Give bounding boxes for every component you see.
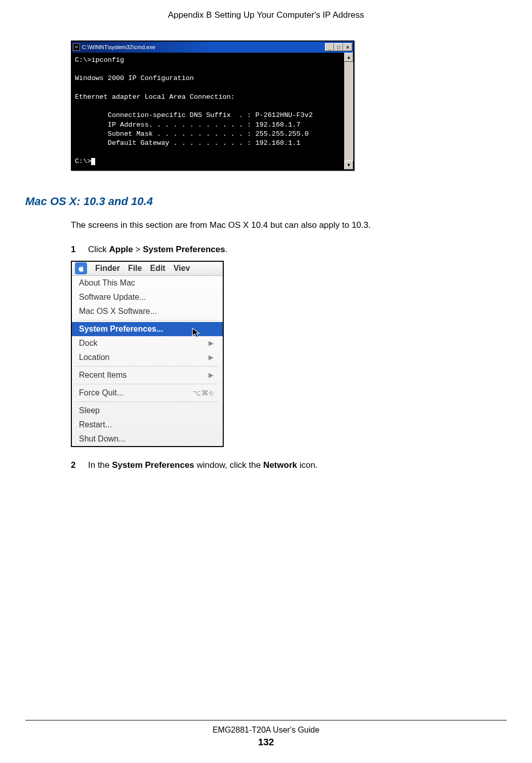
cmd-window-title: C:\WINNT\system32\cmd.exe [82,44,155,50]
menu-item-location[interactable]: Location▶ [72,350,223,365]
menu-item-force-quit[interactable]: Force Quit...⌥⌘⎋ [72,386,223,400]
menubar-finder[interactable]: Finder [95,264,120,273]
step-text: In the System Preferences window, click … [88,460,318,470]
menubar-edit[interactable]: Edit [150,264,165,273]
footer-page-number: 132 [25,737,507,748]
close-button[interactable]: × [343,43,352,51]
cmd-icon: c\ [73,44,80,51]
cmd-titlebar: c\ C:\WINNT\system32\cmd.exe _ □ × [72,42,353,53]
step-number: 2 [71,460,77,470]
mac-apple-menu: Finder File Edit Viev About This Mac Sof… [71,261,224,447]
step-text: Click Apple > System Preferences. [88,245,227,255]
page-footer: EMG2881-T20A User's Guide 132 [25,720,507,748]
step-1: 1 Click Apple > System Preferences. [71,245,507,255]
cmd-output: C:\>ipconfig Windows 2000 IP Configurati… [72,53,344,170]
section-heading: Mac OS X: 10.3 and 10.4 [25,195,507,208]
menu-separator [76,384,219,384]
submenu-arrow-icon: ▶ [209,371,214,379]
menu-item-shutdown[interactable]: Shut Down... [72,432,223,446]
minimize-button[interactable]: _ [325,43,334,51]
menubar-view[interactable]: Viev [174,264,190,273]
menu-separator [76,366,219,367]
shortcut-label: ⌥⌘⎋ [193,389,214,397]
menu-item-about[interactable]: About This Mac [72,276,223,290]
scroll-down-icon[interactable]: ▼ [344,160,353,170]
step-number: 1 [71,245,77,255]
apple-logo-icon[interactable] [75,262,87,274]
menubar-file[interactable]: File [128,264,142,273]
menu-item-recent[interactable]: Recent Items▶ [72,368,223,382]
maximize-button[interactable]: □ [334,43,343,51]
submenu-arrow-icon: ▶ [209,339,214,347]
submenu-arrow-icon: ▶ [209,353,214,361]
scrollbar[interactable]: ▲ ▼ [344,53,353,170]
menu-separator [76,320,219,320]
scroll-up-icon[interactable]: ▲ [344,53,353,62]
menu-item-dock[interactable]: Dock▶ [72,336,223,350]
footer-guide-name: EMG2881-T20A User's Guide [25,726,507,735]
cmd-window: c\ C:\WINNT\system32\cmd.exe _ □ × C:\>i… [71,41,354,171]
menu-item-sleep[interactable]: Sleep [72,404,223,418]
apple-dropdown: About This Mac Software Update... Mac OS… [72,276,223,446]
section-intro: The screens in this section are from Mac… [71,220,507,230]
menu-item-osx-software[interactable]: Mac OS X Software... [72,304,223,318]
step-2: 2 In the System Preferences window, clic… [71,460,507,470]
cursor [91,158,95,165]
menu-item-software-update[interactable]: Software Update... [72,290,223,304]
menu-separator [76,401,219,402]
menu-item-system-preferences[interactable]: System Preferences... [72,322,223,336]
menu-item-restart[interactable]: Restart... [72,418,223,432]
page-running-header: Appendix B Setting Up Your Computer's IP… [25,10,507,20]
mac-menubar: Finder File Edit Viev [72,262,223,276]
